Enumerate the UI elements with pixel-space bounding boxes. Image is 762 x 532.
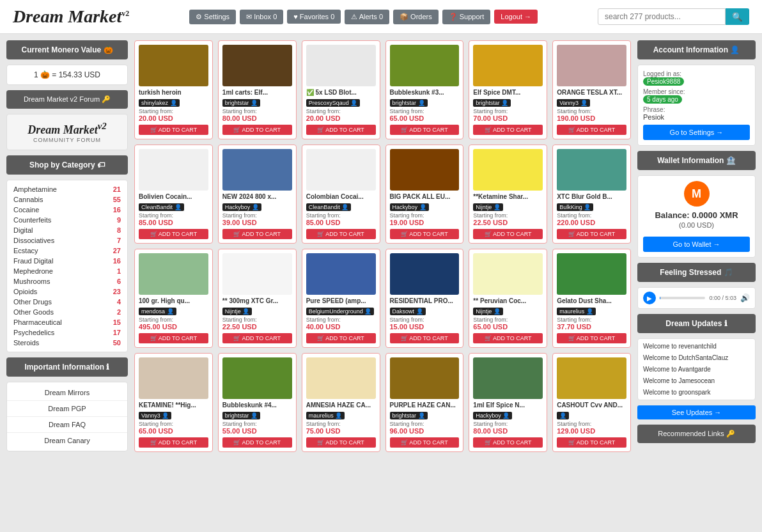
add-to-cart-button-0[interactable]: 🛒 ADD TO CART [139, 125, 208, 135]
sidebar-item-cocaine[interactable]: Cocaine16 [13, 205, 121, 215]
category-name: Digital [13, 226, 33, 234]
product-image-18 [139, 357, 208, 399]
add-to-cart-button-18[interactable]: 🛒 ADD TO CART [139, 437, 208, 448]
sidebar-item-dissociatives[interactable]: Dissociatives7 [13, 235, 121, 246]
add-to-cart-button-9[interactable]: 🛒 ADD TO CART [390, 229, 460, 239]
orders-button[interactable]: 📦 Orders [393, 10, 439, 24]
sidebar-item-opioids[interactable]: Opioids23 [13, 286, 121, 297]
product-price-2: 20.00 USD [306, 114, 376, 122]
settings-button[interactable]: ⚙ Settings [189, 10, 236, 24]
info-link-dream-faq[interactable]: Dream FAQ [7, 417, 127, 433]
add-to-cart-button-22[interactable]: 🛒 ADD TO CART [473, 437, 543, 448]
category-name: Steroids [13, 339, 39, 347]
product-price-23: 129.00 USD [557, 427, 626, 435]
add-to-cart-button-20[interactable]: 🛒 ADD TO CART [306, 437, 376, 448]
product-image-17 [557, 253, 626, 295]
add-to-cart-button-17[interactable]: 🛒 ADD TO CART [557, 333, 626, 343]
category-count: 27 [113, 247, 121, 254]
starting-from-label-6: Starting from: [139, 212, 208, 219]
sidebar-item-mushrooms[interactable]: Mushrooms6 [13, 276, 121, 286]
audio-progress-bar[interactable] [660, 297, 705, 299]
member-since-value: 5 days ago [643, 95, 682, 104]
support-button[interactable]: ❓ Support [442, 10, 491, 24]
add-to-cart-button-6[interactable]: 🛒 ADD TO CART [139, 229, 208, 239]
sidebar-item-other-drugs[interactable]: Other Drugs4 [13, 297, 121, 307]
category-count: 1 [117, 267, 121, 275]
product-card-8: Colombian Cocai... CleanBandit 👤 Startin… [302, 145, 380, 244]
product-image-3 [390, 45, 460, 86]
product-price-20: 75.00 USD [306, 427, 376, 435]
category-count: 16 [113, 257, 121, 265]
alerts-button[interactable]: ⚠ Alerts 0 [345, 10, 389, 24]
product-title-19: Bubbleskunk #4... [222, 402, 292, 409]
add-to-cart-button-5[interactable]: 🛒 ADD TO CART [557, 125, 626, 135]
starting-from-label-19: Starting from: [222, 421, 292, 427]
forum-link[interactable]: Dream Market v2 Forum 🔑 [6, 90, 128, 109]
add-to-cart-button-15[interactable]: 🛒 ADD TO CART [390, 333, 460, 343]
add-to-cart-button-21[interactable]: 🛒 ADD TO CART [390, 437, 460, 448]
info-title[interactable]: Important Information ℹ [6, 357, 128, 377]
product-image-12 [139, 253, 208, 295]
favorites-button[interactable]: ♥ Favorites 0 [287, 10, 341, 24]
logout-button[interactable]: Logout → [494, 10, 538, 24]
info-link-dream-canary[interactable]: Dream Canary [7, 433, 127, 448]
inbox-button[interactable]: ✉ Inbox 0 [240, 10, 283, 24]
add-to-cart-button-19[interactable]: 🛒 ADD TO CART [222, 437, 292, 448]
product-image-6 [139, 149, 208, 191]
sidebar-item-pharmaceutical[interactable]: Pharmaceutical15 [13, 317, 121, 327]
sidebar-item-counterfeits[interactable]: Counterfeits9 [13, 215, 121, 225]
product-price-11: 220.00 USD [557, 219, 626, 226]
product-content: turkish heroin shinylakez 👤 Starting fro… [134, 40, 631, 452]
info-link-dream-pgp[interactable]: Dream PGP [7, 401, 127, 417]
category-name: Other Goods [13, 308, 54, 316]
category-count: 7 [117, 237, 121, 244]
sidebar-item-cannabis[interactable]: Cannabis55 [13, 194, 121, 205]
play-button[interactable]: ▶ [643, 292, 656, 304]
update-item-4: Welcome to groonspark [641, 387, 752, 397]
seller-badge-0: shinylakez 👤 [139, 99, 180, 107]
add-to-cart-button-1[interactable]: 🛒 ADD TO CART [222, 125, 292, 135]
add-to-cart-button-12[interactable]: 🛒 ADD TO CART [139, 333, 208, 343]
add-to-cart-button-7[interactable]: 🛒 ADD TO CART [222, 229, 292, 239]
rec-links-title: Recommended Links 🔑 [637, 425, 756, 443]
product-price-13: 22.50 USD [222, 323, 292, 331]
add-to-cart-button-16[interactable]: 🛒 ADD TO CART [473, 333, 543, 343]
search-input[interactable] [598, 8, 726, 25]
sidebar-item-fraud-digital[interactable]: Fraud Digital16 [13, 256, 121, 266]
phrase-label: Phrase: [643, 106, 750, 113]
sidebar-item-other-goods[interactable]: Other Goods2 [13, 307, 121, 317]
go-settings-button[interactable]: Go to Settings → [643, 125, 750, 140]
product-grid: turkish heroin shinylakez 👤 Starting fro… [134, 40, 631, 452]
add-to-cart-button-14[interactable]: 🛒 ADD TO CART [306, 333, 376, 343]
product-title-0: turkish heroin [139, 89, 208, 96]
add-to-cart-button-8[interactable]: 🛒 ADD TO CART [306, 229, 376, 239]
go-wallet-button[interactable]: Go to Wallet → [643, 237, 750, 252]
sidebar-item-mephedrone[interactable]: Mephedrone1 [13, 266, 121, 276]
sidebar-item-ecstacy[interactable]: Ecstacy27 [13, 246, 121, 256]
add-to-cart-button-3[interactable]: 🛒 ADD TO CART [390, 125, 460, 135]
volume-icon[interactable]: 🔊 [740, 293, 750, 302]
add-to-cart-button-23[interactable]: 🛒 ADD TO CART [557, 437, 626, 448]
sidebar-item-psychedelics[interactable]: Psychedelics17 [13, 327, 121, 338]
add-to-cart-button-13[interactable]: 🛒 ADD TO CART [222, 333, 292, 343]
category-name: Pharmaceutical [13, 318, 62, 326]
product-card-0: turkish heroin shinylakez 👤 Starting fro… [134, 40, 213, 139]
search-button[interactable]: 🔍 [726, 8, 749, 25]
see-updates-button[interactable]: See Updates → [637, 405, 756, 419]
product-card-7: NEW 2024 800 x... Hackyboy 👤 Starting fr… [218, 145, 297, 244]
info-link-dream-mirrors[interactable]: Dream Mirrors [7, 385, 127, 401]
seller-badge-14: BelgiumUnderground 👤 [306, 308, 375, 315]
category-name: Psychedelics [13, 329, 54, 336]
product-title-5: ORANGE TESLA XT... [557, 89, 626, 96]
add-to-cart-button-2[interactable]: 🛒 ADD TO CART [306, 125, 376, 135]
add-to-cart-button-11[interactable]: 🛒 ADD TO CART [557, 229, 626, 239]
product-card-11: XTC Blur Gold B... BulkKing 👤 Starting f… [552, 145, 631, 244]
add-to-cart-button-10[interactable]: 🛒 ADD TO CART [473, 229, 543, 239]
add-to-cart-button-4[interactable]: 🛒 ADD TO CART [473, 125, 543, 135]
sidebar-item-amphetamine[interactable]: Amphetamine21 [13, 184, 121, 194]
product-title-21: PURPLE HAZE CAN... [390, 402, 460, 409]
seller-badge-17: maurelius 👤 [557, 308, 596, 315]
sidebar-item-digital[interactable]: Digital8 [13, 225, 121, 235]
sidebar-item-steroids[interactable]: Steroids50 [13, 338, 121, 348]
starting-from-label-12: Starting from: [139, 317, 208, 323]
